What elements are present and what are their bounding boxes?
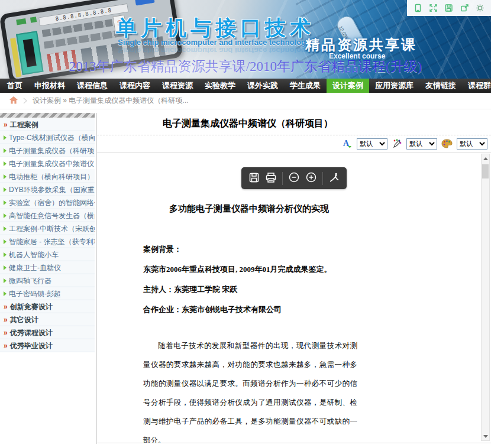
- sidebar-decorative-strip: [0, 113, 95, 118]
- item-arrow-icon: [4, 265, 7, 270]
- nav-item-experiment-teaching[interactable]: 实验教学: [199, 79, 241, 93]
- nav-item-course-content[interactable]: 课程内容: [114, 79, 156, 93]
- item-arrow-icon: [4, 239, 7, 244]
- font-color-select[interactable]: 默认: [457, 138, 487, 150]
- print-button[interactable]: [265, 172, 277, 185]
- site-banner: 12.035.42 8.8.8.8.8.8.8.8 8 单片机与接口技术 Sin…: [0, 0, 491, 79]
- site-subtitle-reflection: Single chip microcomputer and interface …: [118, 46, 310, 55]
- save-button[interactable]: [248, 172, 260, 185]
- pdf-button[interactable]: [328, 171, 340, 185]
- banner-toolbar: [407, 0, 491, 16]
- sidebar-item-smart-home[interactable]: 智能家居 - 张志坚（获专利项目）: [0, 235, 95, 248]
- sidebar-item-spectrum-analyzer[interactable]: 电子测量集成仪器中频谱仪（科...: [0, 157, 95, 170]
- fullscreen-icon[interactable]: [429, 4, 438, 12]
- nav-item-app-repository[interactable]: 应用资源库: [369, 79, 419, 93]
- item-arrow-icon: [4, 135, 7, 140]
- breadcrumb: 设计案例 » 电子测量集成仪器中频谱仪（科研项...: [0, 93, 491, 109]
- palette-icon[interactable]: [441, 139, 453, 148]
- save-icon[interactable]: [444, 4, 453, 12]
- main-content: 电子测量集成仪器中频谱仪（科研项目） A 默认: [96, 113, 491, 444]
- zoom-out-button[interactable]: [288, 171, 300, 185]
- document-heading: 多功能电子测量仪器中频谱分析仪的实现: [143, 203, 355, 215]
- document-paragraph: 随着电子技术的发展和新型器件的出现，现代测量技术对测量仪器的要求越来越高，对功能…: [143, 336, 357, 443]
- nav-item-application-materials[interactable]: 申报材料: [28, 79, 71, 93]
- project-line: 东莞市2006年重点科技项目, 2009年01月完成成果鉴定。: [143, 259, 380, 280]
- page-title: 电子测量集成仪器中频谱仪（科研项目）: [97, 118, 399, 130]
- board-component: [135, 0, 154, 5]
- viewer-toolbar: [241, 167, 347, 189]
- item-arrow-icon: [4, 291, 7, 296]
- document-meta: 案例背景： 东莞市2006年重点科技项目, 2009年01月完成成果鉴定。 主持…: [143, 239, 380, 320]
- leader-line: 主持人：东莞理工学院 宋跃: [143, 280, 380, 300]
- sidebar-section-excellent-graduation-design[interactable]: »优秀毕业设计: [0, 339, 95, 352]
- sidebar-section-innovation-competition[interactable]: »创新竞赛设计: [0, 300, 95, 313]
- document-viewer: 多功能电子测量仪器中频谱分析仪的实现 案例背景： 东莞市2006年重点科技项目,…: [97, 152, 491, 443]
- scroll-down-button[interactable]: [482, 432, 489, 440]
- sidebar-list: »工程案例 Type-C线材测试仪器（横向项目... 电子测量集成仪器（科研项目…: [0, 118, 95, 352]
- share-icon[interactable]: [460, 4, 469, 12]
- breadcrumb-path[interactable]: 设计案例 » 电子测量集成仪器中频谱仪（科研项...: [33, 96, 188, 106]
- sidebar: »工程案例 Type-C线材测试仪器（横向项目... 电子测量集成仪器（科研项目…: [0, 113, 95, 352]
- sidebar-item-robot-car[interactable]: 机器人智能小车: [0, 248, 95, 261]
- font-size-select[interactable]: 默认: [406, 138, 437, 150]
- page-body: »工程案例 Type-C线材测试仪器（横向项目... 电子测量集成仪器（科研项目…: [0, 109, 491, 444]
- nav-item-extracurricular[interactable]: 课外实践: [241, 79, 284, 93]
- award-line: 2013年广东省精品资源共享课/2010年广东省精品课程(升级): [0, 57, 491, 76]
- format-controls: A 默认 默认: [97, 135, 491, 152]
- item-arrow-icon: [4, 161, 7, 166]
- nav-item-home[interactable]: 首页: [1, 79, 28, 93]
- sidebar-section-engineering-cases[interactable]: »工程案例: [0, 118, 95, 131]
- board-keypad: [47, 50, 77, 72]
- toolbar-divider: [282, 172, 283, 185]
- board-terminal: [30, 17, 37, 22]
- item-arrow-icon: [4, 213, 7, 218]
- main-nav: 首页 申报材料 课程信息 课程内容 课程资源 实验教学 课外实践 学生成果 设计…: [0, 79, 491, 93]
- section-arrow-icon: »: [4, 300, 8, 313]
- breadcrumb-chevron-icon: [23, 96, 27, 106]
- item-arrow-icon: [4, 226, 7, 231]
- font-family-icon[interactable]: A: [342, 138, 353, 149]
- sidebar-section-other-design[interactable]: »其它设计: [0, 313, 95, 326]
- case-background-label: 案例背景：: [143, 239, 380, 259]
- nav-item-course-group[interactable]: 课程群: [462, 79, 491, 93]
- site-subtitle: Single chip microcomputer and interface …: [118, 38, 310, 47]
- font-size-pen-icon[interactable]: [392, 138, 402, 149]
- chevron-down-icon: [483, 435, 488, 438]
- viewer-scrollbar[interactable]: [481, 154, 490, 441]
- font-family-select[interactable]: 默认: [357, 138, 387, 150]
- nav-item-student-achievements[interactable]: 学生成果: [284, 79, 327, 93]
- toolbar-divider: [322, 172, 323, 185]
- board-lcd: [16, 31, 44, 75]
- item-arrow-icon: [4, 187, 7, 192]
- sidebar-item-glucose-meter[interactable]: 健康卫士-血糖仪: [0, 261, 95, 274]
- item-arrow-icon: [4, 252, 7, 257]
- item-arrow-icon: [4, 278, 7, 283]
- item-arrow-icon: [4, 148, 7, 153]
- item-arrow-icon: [4, 200, 7, 205]
- section-arrow-icon: »: [4, 326, 8, 339]
- nav-item-course-info[interactable]: 课程信息: [71, 79, 114, 93]
- home-icon[interactable]: [9, 96, 18, 106]
- sidebar-item-dyb-env-params[interactable]: DYB环境参数采集（国家重大科研...: [0, 183, 95, 196]
- sidebar-item-electronic-lock[interactable]: 电子密码锁-彭超: [0, 287, 95, 300]
- scroll-up-button[interactable]: [482, 154, 489, 163]
- nav-item-design-cases[interactable]: 设计案例: [327, 79, 369, 93]
- sidebar-item-signal-generator[interactable]: 高智能任意信号发生器（横向科...: [0, 209, 95, 222]
- scrollbar-thumb[interactable]: [482, 164, 489, 178]
- tablet-icon[interactable]: [414, 4, 422, 12]
- section-arrow-icon: »: [4, 339, 8, 352]
- sidebar-item-quadcopter[interactable]: 微四轴飞行器: [0, 274, 95, 287]
- sidebar-item-typec-tester[interactable]: Type-C线材测试仪器（横向项目...: [0, 131, 95, 144]
- sidebar-item-electric-cabinet[interactable]: 电动推柜（横向科研项目）: [0, 170, 95, 183]
- sidebar-item-integrated-instrument[interactable]: 电子测量集成仪器（科研项目来...: [0, 144, 95, 157]
- zoom-in-button[interactable]: [305, 171, 317, 185]
- chevron-up-icon: [483, 157, 488, 160]
- sidebar-item-interrupt-technique[interactable]: 工程案例-中断技术（宋跃创新项...: [0, 222, 95, 235]
- partner-line: 合作企业：东莞市创锐电子技术有限公司: [143, 300, 380, 320]
- nav-item-friendly-links[interactable]: 友情链接: [419, 79, 462, 93]
- document-page: 多功能电子测量仪器中频谱分析仪的实现 案例背景： 东莞市2006年重点科技项目,…: [97, 152, 491, 443]
- sidebar-item-smart-network-lab[interactable]: 实验室（宿舍）的智能网络信息化: [0, 196, 95, 209]
- nav-item-course-resources[interactable]: 课程资源: [156, 79, 199, 93]
- settings-icon[interactable]: [476, 4, 484, 12]
- sidebar-section-excellent-course-design[interactable]: »优秀课程设计: [0, 326, 95, 339]
